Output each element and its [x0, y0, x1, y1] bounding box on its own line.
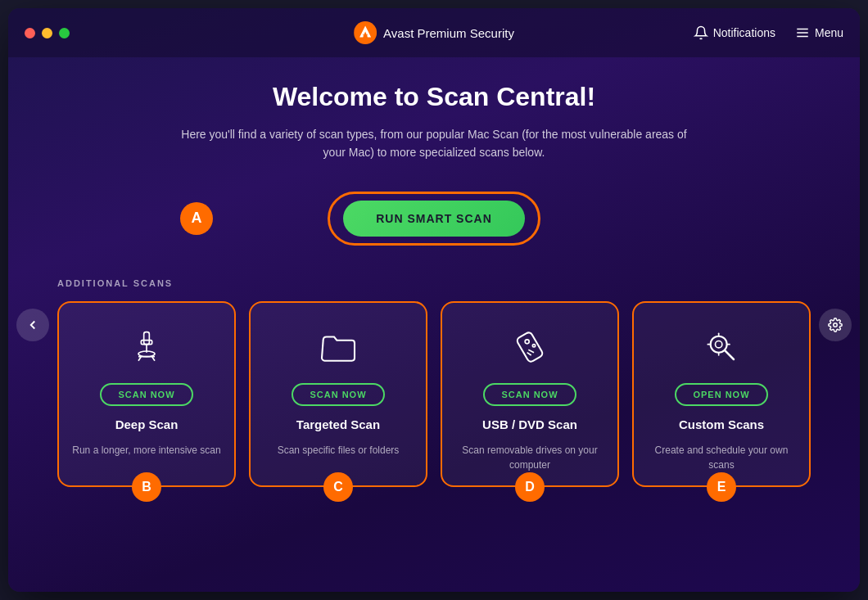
svg-point-0 [354, 21, 377, 44]
badge-a: A [180, 202, 213, 235]
svg-point-13 [525, 340, 529, 344]
svg-point-14 [532, 344, 535, 346]
targeted-scan-card[interactable]: SCAN NOW Targeted Scan Scan specific fil… [249, 301, 427, 487]
usb-scan-icon [505, 323, 554, 372]
back-arrow-icon [25, 318, 40, 332]
svg-rect-12 [516, 331, 544, 363]
custom-scans-title: Custom Scans [679, 417, 764, 431]
notifications-label: Notifications [713, 26, 775, 39]
svg-line-19 [725, 350, 734, 359]
close-button[interactable] [25, 28, 35, 38]
svg-line-16 [527, 352, 531, 354]
notifications-button[interactable]: Notifications [694, 25, 775, 40]
deep-scan-title: Deep Scan [115, 417, 179, 431]
additional-scans-label: ADDITIONAL SCANS [57, 278, 811, 288]
app-window: Avast Premium Security Notifications Men… [8, 8, 860, 592]
deep-scan-desc: Run a longer, more intensive scan [72, 443, 220, 458]
custom-scans-desc: Create and schedule your own scans [647, 443, 796, 472]
usb-scan-title: USB / DVD Scan [482, 417, 577, 431]
minimize-button[interactable] [42, 28, 52, 38]
usb-scan-card[interactable]: SCAN NOW USB / DVD Scan Scan removable d… [441, 301, 619, 487]
custom-scans-button[interactable]: OPEN NOW [675, 383, 767, 406]
run-smart-scan-button[interactable]: RUN SMART SCAN [343, 201, 525, 237]
badge-e: E [707, 472, 736, 502]
svg-point-4 [834, 323, 838, 327]
settings-button[interactable] [819, 309, 852, 341]
targeted-scan-desc: Scan specific files or folders [278, 443, 400, 458]
custom-scans-icon [697, 323, 746, 372]
badge-d: D [515, 472, 545, 502]
maximize-button[interactable] [59, 28, 70, 38]
deep-scan-icon [122, 323, 171, 372]
settings-icon [828, 318, 843, 332]
titlebar: Avast Premium Security Notifications Men… [8, 8, 860, 57]
svg-rect-6 [141, 340, 151, 344]
traffic-lights [25, 28, 70, 38]
targeted-scan-icon [314, 323, 363, 372]
bell-icon [694, 25, 708, 40]
targeted-scan-button[interactable]: SCAN NOW [292, 383, 384, 406]
page-subtitle: Here you'll find a variety of scan types… [180, 125, 688, 162]
targeted-scan-title: Targeted Scan [296, 417, 380, 431]
titlebar-right: Notifications Menu [694, 25, 843, 40]
svg-rect-5 [144, 332, 150, 344]
usb-scan-desc: Scan removable drives on your computer [455, 443, 604, 472]
badge-c: C [323, 472, 353, 502]
app-title: Avast Premium Security [383, 26, 514, 40]
deep-scan-button[interactable]: SCAN NOW [100, 383, 192, 406]
smart-scan-area: A RUN SMART SCAN [57, 192, 811, 246]
deep-scan-card[interactable]: SCAN NOW Deep Scan Run a longer, more in… [57, 301, 236, 487]
custom-scans-card[interactable]: OPEN NOW Custom Scans Create and schedul… [632, 301, 811, 487]
svg-line-15 [528, 350, 534, 352]
avast-logo-icon [354, 21, 377, 44]
usb-scan-button[interactable]: SCAN NOW [483, 383, 576, 406]
titlebar-center: Avast Premium Security [354, 21, 514, 44]
menu-button[interactable]: Menu [795, 25, 843, 40]
main-content: Welcome to Scan Central! Here you'll fin… [8, 57, 860, 592]
menu-label: Menu [815, 26, 843, 39]
svg-point-18 [716, 341, 722, 347]
smart-scan-wrapper: RUN SMART SCAN [328, 192, 540, 246]
badge-b: B [132, 472, 161, 502]
scan-cards-grid: SCAN NOW Deep Scan Run a longer, more in… [57, 301, 811, 487]
page-title: Welcome to Scan Central! [57, 82, 811, 112]
back-button[interactable] [16, 309, 49, 341]
menu-icon [795, 25, 810, 40]
